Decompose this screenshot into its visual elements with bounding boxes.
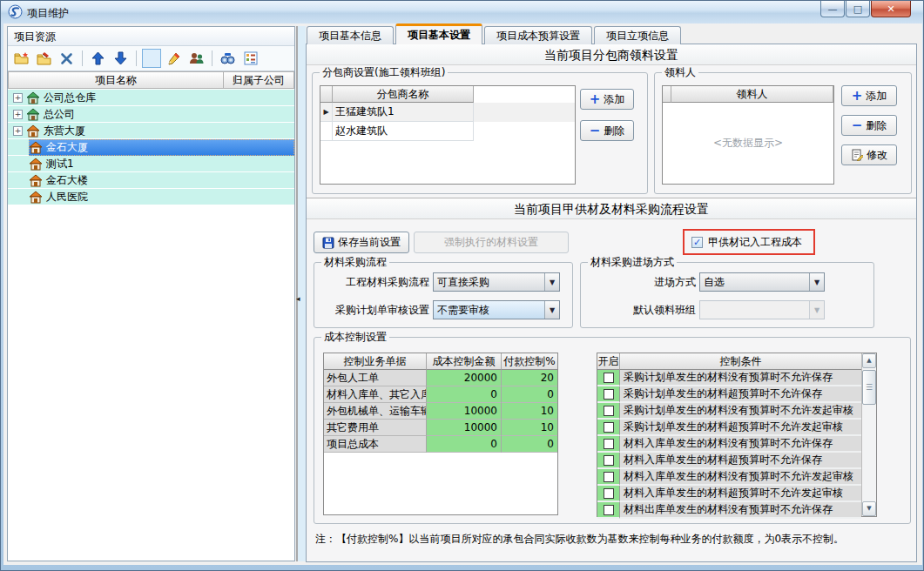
purchase-plan-audit-select[interactable]: 不需要审核 ▼ [433,300,560,319]
subcontractor-add-button[interactable]: + 添加 [580,89,634,110]
scroll-down-icon[interactable]: ▼ [862,501,876,516]
table-row[interactable]: 外包机械单、运输车辆单 10000 10 [324,403,557,420]
floppy-icon [322,237,334,249]
tab-bar: 项目基本信息 项目基本设置 项目成本预算设置 项目立项信息 [307,24,683,44]
details-button[interactable] [240,49,260,69]
subcontractor-delete-button[interactable]: − 删除 [580,120,634,141]
minimize-button[interactable]: — [820,1,845,17]
enable-checkbox[interactable] [604,472,614,482]
tree-item-jinshi-building[interactable]: 金石大楼 [8,172,294,189]
tree-item-peoples-hospital[interactable]: 人民医院 [8,189,294,205]
condition-row[interactable]: 采购计划单发生的材料超预算时不允许保存 [597,386,861,403]
section1-title: 当前项目分包商领料设置 [307,44,916,65]
save-settings-button[interactable]: 保存当前设置 [314,232,409,253]
tab-project-basic-settings[interactable]: 项目基本设置 [395,24,482,44]
enable-checkbox[interactable] [604,422,614,433]
condition-row[interactable]: 材料入库单发生的材料超预算时不允许发起审核 [597,486,861,502]
table-row[interactable]: 材料入库单、其它入库单 0 0 [324,386,557,403]
condition-row[interactable]: 采购计划单发生的材料没有预算时不允许保存 [597,370,861,386]
expand-icon[interactable]: + [13,93,23,103]
condition-row[interactable]: 采购计划单发生的材料没有预算时不允许发起审核 [597,403,861,420]
condition-row[interactable]: 材料出库单发生的材料没有预算时不允许保存 [597,502,861,519]
table-row[interactable]: 其它费用单 10000 10 [324,420,557,436]
enable-checkbox[interactable] [604,439,614,449]
material-picker-group: 领料人 领料人 <无数据显示> + 添加 − 删除 [654,72,912,194]
chevron-down-icon[interactable]: ▼ [544,301,559,319]
enable-checkbox[interactable] [604,505,614,515]
warehouse-icon [26,91,40,104]
move-up-button[interactable] [88,49,108,69]
tab-cost-budget-settings[interactable]: 项目成本预算设置 [484,26,592,44]
picker-table[interactable]: 领料人 <无数据显示> [662,85,834,185]
control-condition-table[interactable]: 开启 控制条件 采购计划单发生的材料没有预算时不允许保存 采购计划单发生的材料超… [597,353,877,517]
enable-checkbox[interactable] [604,455,614,466]
column-header-project-name[interactable]: 项目名称 [8,71,224,89]
delete-button[interactable] [57,49,77,69]
owner-supplied-checkbox[interactable]: ✓ [691,237,703,248]
pencil-button[interactable] [164,49,184,69]
enable-checkbox[interactable] [604,406,614,416]
table-row[interactable]: ▶ 王猛建筑队1 [320,103,575,122]
tab-project-basic-info[interactable]: 项目基本信息 [307,26,394,44]
project-resource-panel: 项目资源 [7,26,295,561]
close-button[interactable]: ✕ [871,1,911,17]
table-row[interactable]: 赵水建筑队 [320,122,575,141]
entry-mode-select[interactable]: 自选 ▼ [699,272,825,292]
plus-icon: + [852,91,863,101]
tree-item-head-office[interactable]: + 总公司 [8,106,294,123]
tree-item-company-warehouse[interactable]: + 公司总仓库 [8,90,294,106]
no-data-text: <无数据显示> [663,136,833,151]
color-box-button[interactable] [142,49,161,68]
enable-checkbox[interactable] [604,389,614,400]
flow-row2-label: 采购计划单审核设置 [318,300,429,319]
scrollbar-thumb[interactable]: ☰ [862,370,876,405]
condition-row[interactable]: 材料入库单发生的材料没有预算时不允许保存 [597,436,861,453]
new-folder-button[interactable] [11,49,31,69]
enable-checkbox[interactable] [604,373,614,383]
force-material-settings-button[interactable]: 强制执行的材料设置 [414,232,569,253]
warehouse-icon [26,108,40,121]
condition-row[interactable]: 采购计划单发生的材料超预算时不允许发起审核 [597,420,861,436]
subcontractor-column-header[interactable]: 分包商名称 [333,86,474,103]
enable-checkbox[interactable] [604,488,614,499]
entry-group-legend: 材料采购进场方式 [588,256,677,268]
material-purchase-flow-select[interactable]: 可直接采购 ▼ [433,272,560,292]
maximize-button[interactable]: □ [846,1,870,17]
tree-item-test1[interactable]: 测试1 [8,156,294,172]
table-row[interactable]: 项目总成本 0 0 [324,436,557,453]
picker-modify-button[interactable]: 修改 [841,144,897,165]
panel-splitter[interactable]: ◂ [296,26,306,561]
condition-row[interactable]: 材料入库单发生的材料没有预算时不允许发起审核 [597,469,861,486]
tab-project-approval-info[interactable]: 项目立项信息 [594,26,681,44]
toolbar-separator [136,50,137,66]
tree-item-dongying-tower[interactable]: + 东营大厦 [8,123,294,139]
collapse-arrow-icon[interactable]: ◂ [296,294,300,303]
column-header-subcompany[interactable]: 归属子公司 [224,71,294,89]
picker-column-header[interactable]: 领料人 [671,86,833,103]
picker-delete-button[interactable]: − 删除 [841,115,897,136]
toolbar-separator [82,50,83,66]
table-row[interactable]: 外包人工单 20000 20 [324,370,557,386]
subcontractor-table[interactable]: 分包商名称 ▶ 王猛建筑队1 赵水建筑队 [320,85,576,185]
default-picking-team-select[interactable]: ▼ [699,300,825,319]
chevron-down-icon[interactable]: ▼ [809,273,824,291]
condition-row[interactable]: 材料入库单发生的材料超预算时不允许保存 [597,453,861,469]
move-down-button[interactable] [111,49,131,69]
users-button[interactable] [186,49,206,69]
owner-supplied-checkbox-label[interactable]: 甲供材记入工程成本 [708,235,802,250]
subcontractor-group: 分包商设置(施工领料班组) 分包商名称 ▶ 王猛建筑队1 赵水建筑队 [312,72,648,194]
chevron-down-icon[interactable]: ▼ [544,273,559,291]
expand-icon[interactable]: + [13,126,23,136]
tree-toolbar [8,46,294,71]
expand-icon[interactable]: + [13,110,23,119]
title-bar[interactable]: 项目维护 — □ ✕ [1,1,923,24]
cost-group-legend: 成本控制设置 [321,331,389,343]
find-button[interactable] [218,49,238,69]
cost-limit-table[interactable]: 控制业务单据 成本控制金额 付款控制% 外包人工单 20000 20 材料入库单… [323,353,558,515]
picker-add-button[interactable]: + 添加 [841,85,897,106]
edit-folder-button[interactable] [34,49,54,69]
tab-content: 当前项目分包商领料设置 分包商设置(施工领料班组) 分包商名称 ▶ 王猛建筑队1 [306,44,917,562]
scroll-up-icon[interactable]: ▲ [862,353,876,368]
tree-item-jinshi-tower-selected[interactable]: 金石大厦 [8,139,294,156]
vertical-scrollbar[interactable]: ▲ ☰ ▼ [861,353,876,516]
